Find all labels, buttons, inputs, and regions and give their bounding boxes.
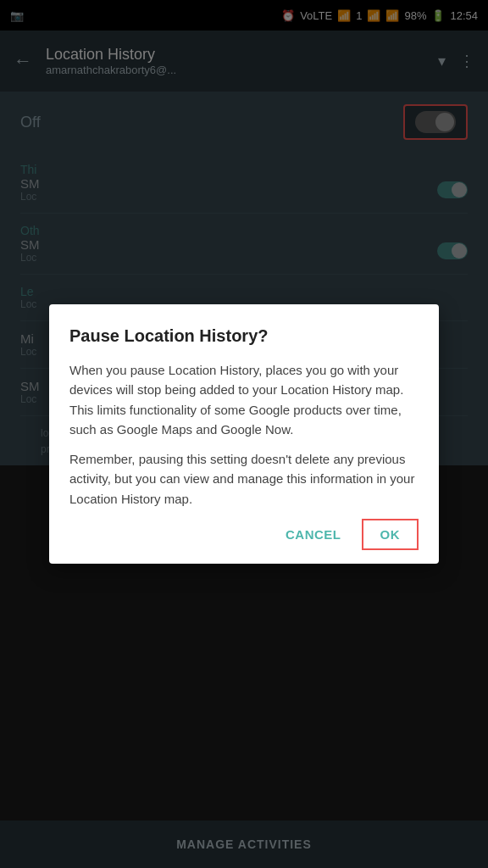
cancel-button[interactable]: CANCEL <box>272 519 355 550</box>
dialog-actions: CANCEL OK <box>69 519 419 550</box>
dialog-title: Pause Location History? <box>69 325 419 347</box>
dialog-body-1: When you pause Location History, places … <box>69 360 419 439</box>
modal-overlay: Pause Location History? When you pause L… <box>0 0 488 868</box>
ok-button[interactable]: OK <box>362 519 419 550</box>
dialog-body-2: Remember, pausing this setting doesn't d… <box>69 449 419 509</box>
pause-location-dialog: Pause Location History? When you pause L… <box>49 304 439 564</box>
